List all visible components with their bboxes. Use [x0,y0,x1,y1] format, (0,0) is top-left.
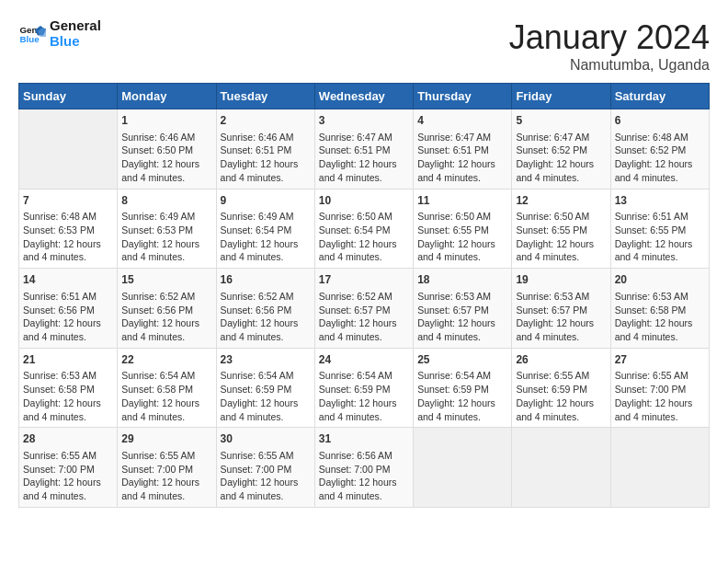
day-info: Sunrise: 6:50 AM Sunset: 6:55 PM Dayligh… [417,210,507,264]
day-info: Sunrise: 6:53 AM Sunset: 6:58 PM Dayligh… [23,369,113,423]
calendar-cell: 13Sunrise: 6:51 AM Sunset: 6:55 PM Dayli… [610,189,709,269]
day-number: 21 [23,352,113,368]
calendar-cell: 31Sunrise: 6:56 AM Sunset: 7:00 PM Dayli… [314,428,413,508]
calendar-week-row: 21Sunrise: 6:53 AM Sunset: 6:58 PM Dayli… [19,348,710,428]
day-info: Sunrise: 6:47 AM Sunset: 6:51 PM Dayligh… [417,131,507,185]
day-number: 9 [221,193,311,209]
calendar-cell: 26Sunrise: 6:55 AM Sunset: 6:59 PM Dayli… [512,348,610,428]
calendar-week-row: 7Sunrise: 6:48 AM Sunset: 6:53 PM Daylig… [19,189,710,269]
day-number: 6 [615,113,705,129]
weekday-header-sunday: Sunday [19,84,118,109]
calendar-cell: 3Sunrise: 6:47 AM Sunset: 6:51 PM Daylig… [314,109,413,190]
day-number: 27 [615,352,705,368]
svg-text:Blue: Blue [20,34,40,44]
day-number: 5 [516,113,606,129]
calendar-week-row: 28Sunrise: 6:55 AM Sunset: 7:00 PM Dayli… [19,428,710,508]
calendar-cell: 28Sunrise: 6:55 AM Sunset: 7:00 PM Dayli… [19,428,118,508]
calendar-cell: 17Sunrise: 6:52 AM Sunset: 6:57 PM Dayli… [314,269,413,349]
day-number: 23 [221,352,311,368]
calendar-cell [414,428,512,508]
day-number: 10 [319,193,409,209]
day-info: Sunrise: 6:53 AM Sunset: 6:58 PM Dayligh… [615,290,705,344]
day-info: Sunrise: 6:53 AM Sunset: 6:57 PM Dayligh… [516,290,606,344]
calendar-cell: 19Sunrise: 6:53 AM Sunset: 6:57 PM Dayli… [512,269,610,349]
calendar-cell: 23Sunrise: 6:54 AM Sunset: 6:59 PM Dayli… [216,348,314,428]
calendar-cell: 5Sunrise: 6:47 AM Sunset: 6:52 PM Daylig… [512,109,610,190]
day-number: 13 [615,193,705,209]
day-number: 26 [516,352,606,368]
day-number: 29 [121,431,211,447]
calendar-cell [610,428,709,508]
weekday-header-saturday: Saturday [610,84,709,109]
day-number: 25 [417,352,507,368]
day-info: Sunrise: 6:46 AM Sunset: 6:51 PM Dayligh… [221,131,311,185]
day-info: Sunrise: 6:53 AM Sunset: 6:57 PM Dayligh… [417,290,507,344]
calendar-cell: 18Sunrise: 6:53 AM Sunset: 6:57 PM Dayli… [414,269,512,349]
day-number: 11 [417,193,507,209]
day-number: 28 [23,431,113,447]
day-info: Sunrise: 6:46 AM Sunset: 6:50 PM Dayligh… [121,131,211,185]
calendar-cell: 4Sunrise: 6:47 AM Sunset: 6:51 PM Daylig… [414,109,512,190]
day-number: 18 [417,272,507,288]
day-info: Sunrise: 6:47 AM Sunset: 6:52 PM Dayligh… [516,131,606,185]
day-info: Sunrise: 6:55 AM Sunset: 7:00 PM Dayligh… [221,449,311,503]
day-info: Sunrise: 6:49 AM Sunset: 6:54 PM Dayligh… [221,210,311,264]
calendar-cell: 1Sunrise: 6:46 AM Sunset: 6:50 PM Daylig… [118,109,216,190]
day-info: Sunrise: 6:55 AM Sunset: 6:59 PM Dayligh… [516,369,606,423]
calendar-cell: 10Sunrise: 6:50 AM Sunset: 6:54 PM Dayli… [314,189,413,269]
day-number: 20 [615,272,705,288]
day-number: 3 [319,113,409,129]
day-number: 8 [121,193,211,209]
calendar-cell: 30Sunrise: 6:55 AM Sunset: 7:00 PM Dayli… [216,428,314,508]
day-number: 12 [516,193,606,209]
calendar-header-row: SundayMondayTuesdayWednesdayThursdayFrid… [19,84,710,109]
calendar-cell: 7Sunrise: 6:48 AM Sunset: 6:53 PM Daylig… [19,189,118,269]
calendar-cell: 9Sunrise: 6:49 AM Sunset: 6:54 PM Daylig… [216,189,314,269]
calendar-cell: 25Sunrise: 6:54 AM Sunset: 6:59 PM Dayli… [414,348,512,428]
calendar-cell: 2Sunrise: 6:46 AM Sunset: 6:51 PM Daylig… [216,109,314,190]
calendar-cell: 8Sunrise: 6:49 AM Sunset: 6:53 PM Daylig… [118,189,216,269]
weekday-header-wednesday: Wednesday [314,84,413,109]
weekday-header-monday: Monday [118,84,216,109]
page-header: General Blue General Blue January 2024 N… [18,18,710,74]
calendar-title: January 2024 [509,18,710,57]
calendar-cell: 22Sunrise: 6:54 AM Sunset: 6:58 PM Dayli… [118,348,216,428]
day-info: Sunrise: 6:48 AM Sunset: 6:53 PM Dayligh… [23,210,113,264]
calendar-cell: 29Sunrise: 6:55 AM Sunset: 7:00 PM Dayli… [118,428,216,508]
day-number: 14 [23,272,113,288]
day-info: Sunrise: 6:54 AM Sunset: 6:59 PM Dayligh… [319,369,409,423]
weekday-header-thursday: Thursday [414,84,512,109]
day-number: 31 [319,431,409,447]
day-info: Sunrise: 6:54 AM Sunset: 6:59 PM Dayligh… [221,369,311,423]
title-block: January 2024 Namutumba, Uganda [509,18,710,74]
calendar-cell: 21Sunrise: 6:53 AM Sunset: 6:58 PM Dayli… [19,348,118,428]
logo-icon: General Blue [18,20,46,48]
day-number: 16 [221,272,311,288]
day-info: Sunrise: 6:50 AM Sunset: 6:54 PM Dayligh… [319,210,409,264]
day-number: 4 [417,113,507,129]
calendar-cell: 14Sunrise: 6:51 AM Sunset: 6:56 PM Dayli… [19,269,118,349]
day-info: Sunrise: 6:56 AM Sunset: 7:00 PM Dayligh… [319,449,409,503]
day-info: Sunrise: 6:52 AM Sunset: 6:56 PM Dayligh… [121,290,211,344]
calendar-cell: 12Sunrise: 6:50 AM Sunset: 6:55 PM Dayli… [512,189,610,269]
day-number: 17 [319,272,409,288]
day-info: Sunrise: 6:49 AM Sunset: 6:53 PM Dayligh… [121,210,211,264]
day-info: Sunrise: 6:52 AM Sunset: 6:56 PM Dayligh… [221,290,311,344]
calendar-cell [19,109,118,190]
calendar-table: SundayMondayTuesdayWednesdayThursdayFrid… [18,83,710,508]
day-info: Sunrise: 6:51 AM Sunset: 6:55 PM Dayligh… [615,210,705,264]
day-info: Sunrise: 6:54 AM Sunset: 6:59 PM Dayligh… [417,369,507,423]
calendar-week-row: 1Sunrise: 6:46 AM Sunset: 6:50 PM Daylig… [19,109,710,190]
calendar-cell: 16Sunrise: 6:52 AM Sunset: 6:56 PM Dayli… [216,269,314,349]
calendar-cell: 6Sunrise: 6:48 AM Sunset: 6:52 PM Daylig… [610,109,709,190]
calendar-cell: 24Sunrise: 6:54 AM Sunset: 6:59 PM Dayli… [314,348,413,428]
day-number: 30 [221,431,311,447]
day-info: Sunrise: 6:55 AM Sunset: 7:00 PM Dayligh… [615,369,705,423]
day-number: 19 [516,272,606,288]
day-info: Sunrise: 6:55 AM Sunset: 7:00 PM Dayligh… [23,449,113,503]
logo: General Blue General Blue [18,18,101,49]
calendar-cell: 20Sunrise: 6:53 AM Sunset: 6:58 PM Dayli… [610,269,709,349]
calendar-cell: 27Sunrise: 6:55 AM Sunset: 7:00 PM Dayli… [610,348,709,428]
day-info: Sunrise: 6:48 AM Sunset: 6:52 PM Dayligh… [615,131,705,185]
day-info: Sunrise: 6:52 AM Sunset: 6:57 PM Dayligh… [319,290,409,344]
